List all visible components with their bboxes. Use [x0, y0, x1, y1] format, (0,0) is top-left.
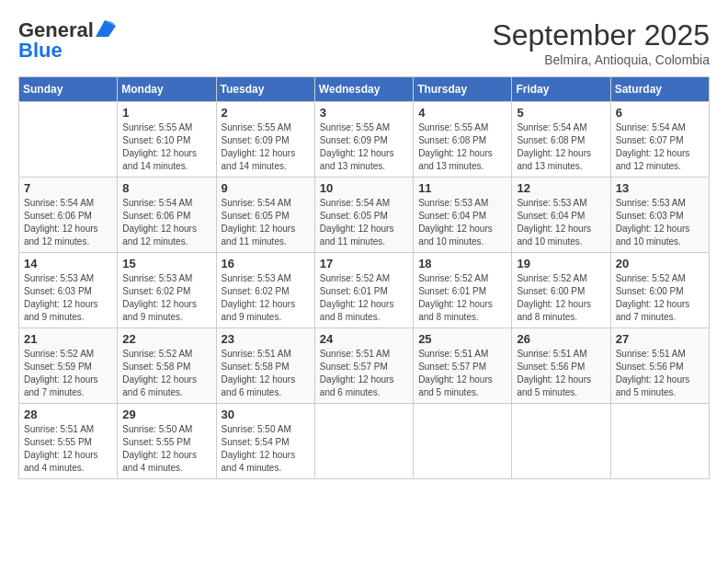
- calendar-week-row: 1Sunrise: 5:55 AM Sunset: 6:10 PM Daylig…: [19, 102, 710, 178]
- calendar-table: SundayMondayTuesdayWednesdayThursdayFrid…: [18, 76, 710, 479]
- weekday-header-saturday: Saturday: [610, 77, 709, 102]
- day-info: Sunrise: 5:50 AM Sunset: 5:54 PM Dayligh…: [222, 423, 310, 475]
- calendar-cell: 19Sunrise: 5:52 AM Sunset: 6:00 PM Dayli…: [512, 253, 610, 328]
- calendar-cell: 15Sunrise: 5:53 AM Sunset: 6:02 PM Dayli…: [118, 253, 216, 328]
- day-number: 20: [616, 257, 704, 270]
- calendar-cell: [512, 404, 610, 479]
- day-number: 8: [122, 181, 210, 195]
- calendar-cell: [19, 102, 118, 178]
- day-info: Sunrise: 5:55 AM Sunset: 6:09 PM Dayligh…: [222, 121, 310, 173]
- day-number: 17: [320, 257, 408, 270]
- calendar-week-row: 14Sunrise: 5:53 AM Sunset: 6:03 PM Dayli…: [19, 253, 710, 328]
- logo-blue: Blue: [18, 39, 63, 63]
- day-info: Sunrise: 5:52 AM Sunset: 6:01 PM Dayligh…: [418, 272, 506, 324]
- day-number: 3: [320, 106, 408, 120]
- weekday-header-wednesday: Wednesday: [314, 77, 413, 102]
- day-number: 1: [122, 106, 210, 120]
- day-info: Sunrise: 5:53 AM Sunset: 6:02 PM Dayligh…: [122, 272, 210, 324]
- day-info: Sunrise: 5:52 AM Sunset: 5:59 PM Dayligh…: [24, 348, 112, 399]
- calendar-cell: 16Sunrise: 5:53 AM Sunset: 6:02 PM Dayli…: [216, 253, 314, 328]
- month-title: September 2025: [492, 18, 710, 52]
- weekday-header-sunday: Sunday: [19, 77, 118, 102]
- day-info: Sunrise: 5:53 AM Sunset: 6:04 PM Dayligh…: [418, 197, 506, 248]
- weekday-header-monday: Monday: [118, 77, 216, 102]
- day-info: Sunrise: 5:54 AM Sunset: 6:06 PM Dayligh…: [122, 197, 210, 248]
- calendar-cell: 14Sunrise: 5:53 AM Sunset: 6:03 PM Dayli…: [19, 253, 118, 328]
- day-number: 5: [517, 106, 605, 120]
- day-info: Sunrise: 5:51 AM Sunset: 5:56 PM Dayligh…: [517, 348, 605, 399]
- day-number: 28: [24, 408, 112, 421]
- calendar-cell: 3Sunrise: 5:55 AM Sunset: 6:09 PM Daylig…: [314, 102, 413, 178]
- calendar-week-row: 7Sunrise: 5:54 AM Sunset: 6:06 PM Daylig…: [19, 178, 710, 253]
- weekday-header-row: SundayMondayTuesdayWednesdayThursdayFrid…: [19, 77, 710, 102]
- day-info: Sunrise: 5:53 AM Sunset: 6:04 PM Dayligh…: [517, 197, 605, 248]
- calendar-cell: 8Sunrise: 5:54 AM Sunset: 6:06 PM Daylig…: [118, 178, 216, 253]
- calendar-cell: 23Sunrise: 5:51 AM Sunset: 5:58 PM Dayli…: [216, 328, 314, 404]
- location: Belmira, Antioquia, Colombia: [492, 52, 710, 67]
- calendar-cell: 30Sunrise: 5:50 AM Sunset: 5:54 PM Dayli…: [216, 404, 314, 479]
- logo: General Blue: [18, 18, 116, 63]
- day-info: Sunrise: 5:55 AM Sunset: 6:09 PM Dayligh…: [320, 121, 408, 173]
- day-number: 25: [418, 332, 506, 346]
- calendar-cell: 2Sunrise: 5:55 AM Sunset: 6:09 PM Daylig…: [216, 102, 314, 178]
- calendar-cell: 12Sunrise: 5:53 AM Sunset: 6:04 PM Dayli…: [512, 178, 610, 253]
- calendar-cell: [314, 404, 413, 479]
- day-info: Sunrise: 5:54 AM Sunset: 6:05 PM Dayligh…: [320, 197, 408, 248]
- day-info: Sunrise: 5:52 AM Sunset: 5:58 PM Dayligh…: [122, 348, 210, 399]
- day-info: Sunrise: 5:52 AM Sunset: 6:00 PM Dayligh…: [616, 272, 704, 324]
- day-number: 26: [517, 332, 605, 346]
- day-number: 15: [122, 257, 210, 270]
- day-number: 29: [122, 408, 210, 421]
- calendar-cell: 11Sunrise: 5:53 AM Sunset: 6:04 PM Dayli…: [414, 178, 512, 253]
- day-number: 22: [122, 332, 210, 346]
- calendar-cell: 26Sunrise: 5:51 AM Sunset: 5:56 PM Dayli…: [512, 328, 610, 404]
- day-info: Sunrise: 5:51 AM Sunset: 5:58 PM Dayligh…: [222, 348, 310, 399]
- day-info: Sunrise: 5:51 AM Sunset: 5:57 PM Dayligh…: [418, 348, 506, 399]
- calendar-cell: [414, 404, 512, 479]
- calendar-cell: 21Sunrise: 5:52 AM Sunset: 5:59 PM Dayli…: [19, 328, 118, 404]
- calendar-week-row: 28Sunrise: 5:51 AM Sunset: 5:55 PM Dayli…: [19, 404, 710, 479]
- day-number: 6: [616, 106, 704, 120]
- calendar-cell: 20Sunrise: 5:52 AM Sunset: 6:00 PM Dayli…: [610, 253, 709, 328]
- calendar-cell: 17Sunrise: 5:52 AM Sunset: 6:01 PM Dayli…: [314, 253, 413, 328]
- day-info: Sunrise: 5:51 AM Sunset: 5:57 PM Dayligh…: [320, 348, 408, 399]
- calendar-cell: 13Sunrise: 5:53 AM Sunset: 6:03 PM Dayli…: [610, 178, 709, 253]
- day-info: Sunrise: 5:54 AM Sunset: 6:08 PM Dayligh…: [517, 121, 605, 173]
- day-info: Sunrise: 5:53 AM Sunset: 6:03 PM Dayligh…: [616, 197, 704, 248]
- day-info: Sunrise: 5:53 AM Sunset: 6:02 PM Dayligh…: [222, 272, 310, 324]
- calendar-cell: [610, 404, 709, 479]
- day-info: Sunrise: 5:55 AM Sunset: 6:10 PM Dayligh…: [122, 121, 210, 173]
- calendar-cell: 24Sunrise: 5:51 AM Sunset: 5:57 PM Dayli…: [314, 328, 413, 404]
- day-number: 27: [616, 332, 704, 346]
- day-number: 11: [418, 181, 506, 195]
- day-number: 2: [222, 106, 310, 120]
- day-number: 10: [320, 181, 408, 195]
- weekday-header-thursday: Thursday: [414, 77, 512, 102]
- calendar-cell: 29Sunrise: 5:50 AM Sunset: 5:55 PM Dayli…: [118, 404, 216, 479]
- day-info: Sunrise: 5:54 AM Sunset: 6:06 PM Dayligh…: [24, 197, 112, 248]
- day-number: 30: [222, 408, 310, 421]
- day-info: Sunrise: 5:50 AM Sunset: 5:55 PM Dayligh…: [122, 423, 210, 475]
- day-number: 14: [24, 257, 112, 270]
- calendar-cell: 6Sunrise: 5:54 AM Sunset: 6:07 PM Daylig…: [610, 102, 709, 178]
- calendar-cell: 28Sunrise: 5:51 AM Sunset: 5:55 PM Dayli…: [19, 404, 118, 479]
- calendar-week-row: 21Sunrise: 5:52 AM Sunset: 5:59 PM Dayli…: [19, 328, 710, 404]
- page-header: General Blue September 2025 Belmira, Ant…: [18, 18, 710, 67]
- calendar-cell: 10Sunrise: 5:54 AM Sunset: 6:05 PM Dayli…: [314, 178, 413, 253]
- day-info: Sunrise: 5:52 AM Sunset: 6:00 PM Dayligh…: [517, 272, 605, 324]
- calendar-cell: 27Sunrise: 5:51 AM Sunset: 5:56 PM Dayli…: [610, 328, 709, 404]
- day-info: Sunrise: 5:52 AM Sunset: 6:01 PM Dayligh…: [320, 272, 408, 324]
- calendar-cell: 9Sunrise: 5:54 AM Sunset: 6:05 PM Daylig…: [216, 178, 314, 253]
- calendar-cell: 7Sunrise: 5:54 AM Sunset: 6:06 PM Daylig…: [19, 178, 118, 253]
- day-number: 16: [222, 257, 310, 270]
- calendar-cell: 18Sunrise: 5:52 AM Sunset: 6:01 PM Dayli…: [414, 253, 512, 328]
- day-number: 18: [418, 257, 506, 270]
- day-info: Sunrise: 5:51 AM Sunset: 5:55 PM Dayligh…: [24, 423, 112, 475]
- day-number: 19: [517, 257, 605, 270]
- calendar-cell: 22Sunrise: 5:52 AM Sunset: 5:58 PM Dayli…: [118, 328, 216, 404]
- day-number: 12: [517, 181, 605, 195]
- day-number: 7: [24, 181, 112, 195]
- day-number: 24: [320, 332, 408, 346]
- calendar-cell: 25Sunrise: 5:51 AM Sunset: 5:57 PM Dayli…: [414, 328, 512, 404]
- day-number: 21: [24, 332, 112, 346]
